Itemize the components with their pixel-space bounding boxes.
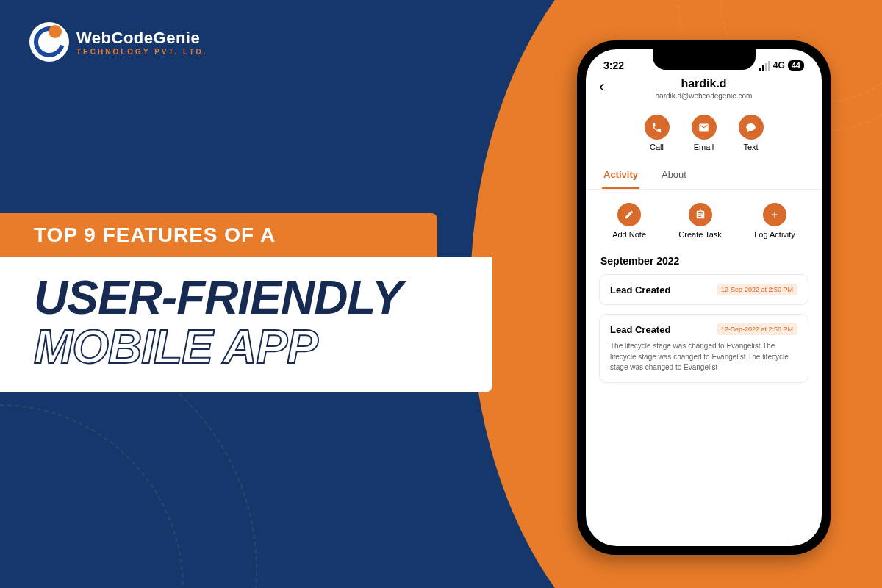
log-activity-label: Log Activity (754, 230, 795, 239)
brand-logo: WebCodeGenie TECHNOLOGY PVT. LTD. (29, 22, 208, 62)
text-button[interactable]: Text (739, 115, 764, 151)
add-note-button[interactable]: Add Note (612, 203, 646, 239)
brand-name: WebCodeGenie (76, 29, 208, 48)
headline-line1: USER-FRIENDLY (34, 273, 492, 323)
battery-icon: 44 (788, 60, 804, 71)
card-timestamp: 12-Sep-2022 at 2:50 PM (717, 323, 797, 335)
task-icon (689, 203, 712, 226)
tab-activity[interactable]: Activity (602, 162, 639, 189)
email-label: Email (694, 143, 714, 151)
headline-pre: TOP 9 FEATURES OF A (0, 213, 437, 257)
activity-feed: September 2022 Lead Created 12-Sep-2022 … (586, 248, 822, 392)
tab-about[interactable]: About (660, 162, 688, 189)
headline-line2: MOBILE APP (34, 323, 492, 372)
back-icon[interactable]: ‹ (599, 77, 604, 96)
card-title: Lead Created (610, 324, 670, 335)
log-activity-button[interactable]: Log Activity (754, 203, 795, 239)
contact-name: hardik.d (599, 77, 808, 90)
card-title: Lead Created (610, 284, 670, 295)
network-label: 4G (773, 60, 785, 71)
phone-mockup: 3:22 4G 44 ‹ hardik.d hardik.d@webcodege… (577, 40, 831, 555)
text-label: Text (743, 143, 758, 151)
status-time: 3:22 (603, 60, 624, 71)
add-note-label: Add Note (612, 230, 646, 239)
card-body: The lifecycle stage was changed to Evang… (610, 341, 797, 373)
card-timestamp: 12-Sep-2022 at 2:50 PM (717, 284, 797, 295)
feed-card[interactable]: Lead Created 12-Sep-2022 at 2:50 PM The … (599, 314, 808, 383)
brand-mark-icon (29, 22, 69, 62)
plus-icon (763, 203, 786, 226)
feed-card[interactable]: Lead Created 12-Sep-2022 at 2:50 PM (599, 274, 808, 305)
call-button[interactable]: Call (645, 115, 670, 151)
note-icon (617, 203, 641, 226)
chat-icon (739, 115, 764, 140)
call-label: Call (650, 143, 664, 151)
envelope-icon (692, 115, 717, 140)
contact-email: hardik.d@webcodegenie.com (599, 92, 808, 100)
create-task-button[interactable]: Create Task (678, 203, 722, 239)
feed-month: September 2022 (599, 251, 808, 274)
phone-notch (653, 49, 756, 70)
phone-icon (645, 115, 670, 140)
create-task-label: Create Task (678, 230, 722, 239)
phone-screen: 3:22 4G 44 ‹ hardik.d hardik.d@webcodege… (586, 49, 822, 546)
brand-tagline: TECHNOLOGY PVT. LTD. (76, 48, 208, 56)
email-button[interactable]: Email (692, 115, 717, 151)
tab-bar: Activity About (586, 162, 822, 190)
connector-line (489, 259, 573, 274)
signal-icon (759, 61, 770, 71)
headline: TOP 9 FEATURES OF A USER-FRIENDLY MOBILE… (0, 213, 492, 392)
